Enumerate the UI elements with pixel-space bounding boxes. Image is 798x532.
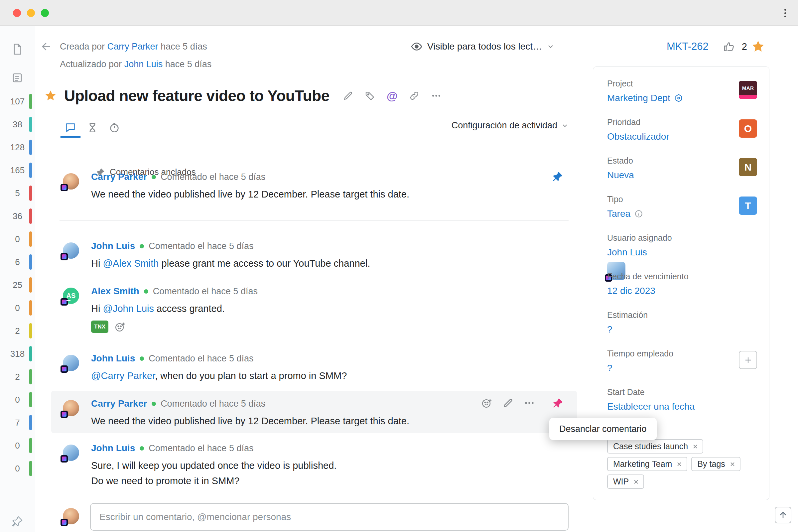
tag-chip[interactable]: WIP — [607, 474, 644, 489]
link-icon[interactable] — [409, 91, 420, 101]
issue-id-link[interactable]: MKT-262 — [667, 41, 708, 53]
field-estimation: Estimación ? — [607, 309, 757, 348]
mention-link[interactable]: @Alex Smith — [103, 258, 158, 269]
saved-search-item[interactable]: 38 — [0, 116, 35, 133]
assignee-value-link[interactable]: John Luis — [607, 246, 647, 259]
avatar[interactable] — [63, 400, 79, 416]
type-badge[interactable]: T — [739, 196, 757, 215]
main-content: Creada por Carry Parker hace 5 días Actu… — [35, 25, 798, 532]
add-spent-time-button[interactable] — [739, 351, 757, 369]
project-settings-hexagon-icon[interactable] — [674, 94, 683, 102]
saved-search-item[interactable]: 6 — [0, 253, 35, 271]
state-value-link[interactable]: Nueva — [607, 169, 634, 182]
updated-author-link[interactable]: John Luis — [125, 59, 163, 69]
window-menu-kebab-icon[interactable] — [780, 6, 790, 20]
report-icon[interactable] — [11, 43, 23, 55]
saved-search-item[interactable]: 0 — [0, 230, 35, 248]
project-link[interactable]: Marketing Dept — [607, 92, 670, 105]
tags-list: Case studies launch Marketing Team By ta… — [607, 439, 757, 489]
edit-pencil-icon[interactable] — [502, 397, 514, 408]
saved-search-item[interactable]: 2 — [0, 322, 35, 340]
star-toggle-icon[interactable] — [751, 40, 765, 54]
remove-tag-icon[interactable] — [633, 478, 640, 485]
spent-time-value-link[interactable]: ? — [607, 361, 612, 375]
mention-link[interactable]: @John Luis — [103, 303, 154, 314]
mention-link[interactable]: @Carry Parker — [91, 370, 155, 381]
activity-tabs — [59, 118, 125, 138]
field-project: Project Marketing Dept MAR — [607, 78, 757, 117]
reaction-badge[interactable]: TNX — [91, 321, 108, 333]
saved-search-item[interactable]: 7 — [0, 414, 35, 431]
tag-icon[interactable] — [365, 91, 375, 101]
back-arrow-icon[interactable] — [41, 41, 53, 53]
minimize-window-button[interactable] — [27, 9, 35, 17]
comment-author-link[interactable]: Carry Parker — [91, 172, 147, 182]
info-icon[interactable] — [634, 209, 643, 218]
created-author-link[interactable]: Carry Parker — [108, 41, 158, 52]
remove-tag-icon[interactable] — [692, 443, 699, 450]
saved-search-item[interactable]: 0 — [0, 391, 35, 408]
add-reaction-icon[interactable] — [114, 321, 126, 332]
priority-badge[interactable]: O — [739, 119, 757, 138]
comment-author-link[interactable]: Carry Parker — [91, 398, 147, 409]
saved-search-item[interactable]: 128 — [0, 139, 35, 156]
tag-chip[interactable]: Case studies launch — [607, 439, 703, 454]
remove-tag-icon[interactable] — [676, 461, 683, 468]
avatar[interactable] — [63, 173, 79, 190]
saved-search-item[interactable]: 107 — [0, 93, 35, 110]
comment-author-link[interactable]: John Luis — [91, 353, 135, 364]
title-actions: @ — [343, 90, 441, 101]
saved-search-item[interactable]: 2 — [0, 368, 35, 385]
saved-search-item[interactable]: 36 — [0, 208, 35, 225]
mention-icon[interactable]: @ — [387, 90, 398, 101]
field-type: Tipo Tarea T — [607, 194, 757, 232]
more-ellipsis-icon[interactable] — [524, 397, 535, 408]
visibility-selector[interactable]: Visible para todos los lect… — [411, 39, 555, 54]
saved-search-item[interactable]: 25 — [0, 276, 35, 293]
due-date-value-link[interactable]: 12 dic 2023 — [607, 284, 656, 298]
type-value-link[interactable]: Tarea — [607, 207, 630, 221]
project-avatar[interactable]: MAR — [739, 81, 757, 99]
priority-value-link[interactable]: Obstaculizador — [607, 130, 669, 143]
activity-settings-dropdown[interactable]: Configuración de actividad — [452, 120, 569, 131]
tag-chip[interactable]: By tags — [691, 457, 740, 471]
saved-search-item[interactable]: 0 — [0, 437, 35, 454]
state-badge[interactable]: N — [739, 158, 757, 176]
estimation-value-link[interactable]: ? — [607, 323, 612, 336]
thumbs-up-icon[interactable] — [723, 40, 735, 53]
start-date-value-link[interactable]: Establecer una fecha — [607, 400, 695, 413]
tab-time-tracking[interactable] — [103, 118, 125, 138]
comment-author-link[interactable]: John Luis — [91, 241, 135, 251]
unpin-comment-icon[interactable] — [552, 171, 563, 182]
more-ellipsis-icon[interactable] — [431, 91, 441, 101]
tag-chip[interactable]: Marketing Team — [607, 457, 687, 471]
board-list-icon[interactable] — [11, 72, 23, 84]
presence-dot — [140, 244, 144, 248]
sidebar-pin-icon[interactable] — [12, 516, 23, 527]
youtrack-badge-icon — [60, 298, 68, 306]
avatar[interactable] — [63, 355, 79, 371]
saved-search-item[interactable]: 165 — [0, 162, 35, 179]
tab-comments[interactable] — [59, 118, 81, 138]
issue-star-icon[interactable] — [44, 90, 57, 102]
remove-tag-icon[interactable] — [729, 461, 736, 468]
avatar[interactable]: AS — [63, 288, 79, 304]
tab-history[interactable] — [81, 118, 103, 138]
comment-author-link[interactable]: Alex Smith — [91, 286, 139, 297]
zoom-window-button[interactable] — [41, 9, 49, 17]
youtrack-badge-icon — [60, 184, 68, 191]
avatar[interactable] — [63, 242, 79, 259]
saved-search-item[interactable]: 5 — [0, 185, 35, 202]
comment-author-link[interactable]: John Luis — [91, 443, 135, 454]
unpin-comment-icon[interactable] — [552, 397, 564, 408]
saved-search-item[interactable]: 318 — [0, 345, 35, 362]
avatar[interactable] — [63, 444, 79, 461]
close-window-button[interactable] — [13, 9, 21, 17]
visibility-label: Visible para todos los lect… — [427, 41, 542, 52]
saved-search-item[interactable]: 0 — [0, 460, 35, 477]
comment-input[interactable] — [90, 503, 569, 531]
saved-search-item[interactable]: 0 — [0, 299, 35, 317]
scroll-to-top-button[interactable] — [775, 507, 791, 524]
edit-pencil-icon[interactable] — [343, 91, 354, 101]
add-reaction-icon[interactable] — [481, 397, 492, 408]
